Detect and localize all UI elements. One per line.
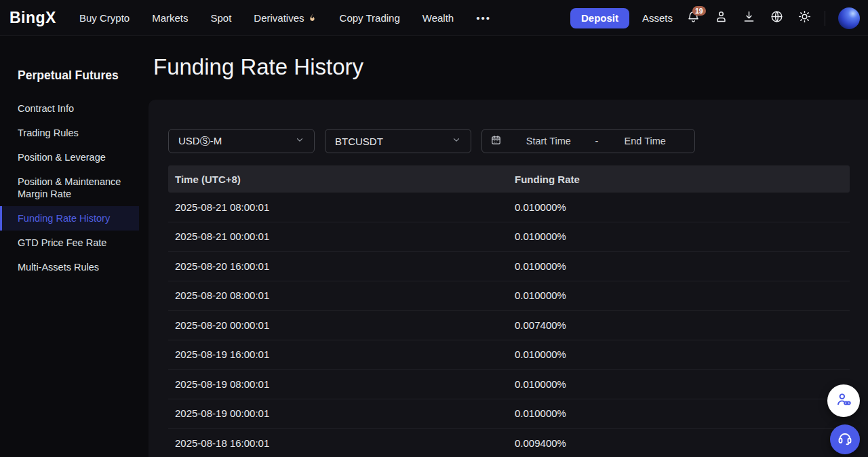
nav-item-label: Copy Trading xyxy=(340,12,400,24)
cell-funding-rate: 0.010000% xyxy=(515,408,850,419)
chevron-down-icon xyxy=(295,135,304,147)
globe-icon xyxy=(770,9,784,26)
referral-floating-button[interactable] xyxy=(827,384,860,417)
table-row: 2025-08-18 16:00:010.009400% xyxy=(168,429,850,457)
nav-item-wealth[interactable]: Wealth xyxy=(422,12,454,24)
cell-time: 2025-08-19 16:00:01 xyxy=(168,349,515,360)
cell-funding-rate: 0.010000% xyxy=(515,260,850,272)
table-row: 2025-08-21 00:00:010.010000% xyxy=(168,222,850,252)
cell-funding-rate: 0.010000% xyxy=(515,290,850,301)
user-avatar[interactable] xyxy=(838,7,860,29)
sidebar-heading: Perpetual Futures xyxy=(18,68,139,83)
nav-item-spot[interactable]: Spot xyxy=(211,12,232,24)
end-time-placeholder[interactable]: End Time xyxy=(604,136,686,146)
column-header-rate: Funding Rate xyxy=(515,174,850,185)
table-row: 2025-08-19 08:00:010.010000% xyxy=(168,370,850,399)
bingx-logo[interactable]: BingX xyxy=(9,9,56,27)
nav-divider xyxy=(825,11,825,26)
sidebar: Perpetual Futures Contract InfoTrading R… xyxy=(0,36,139,457)
theme-toggle-button[interactable] xyxy=(797,11,812,26)
table-header: Time (UTC+8) Funding Rate xyxy=(168,165,850,193)
cell-funding-rate: 0.010000% xyxy=(515,201,850,213)
table-row: 2025-08-20 00:00:010.007400% xyxy=(168,311,850,340)
table-row: 2025-08-21 08:00:010.010000% xyxy=(168,193,850,222)
filters-bar: USDⓈ-M BTCUSDT Start Time - End Time xyxy=(168,129,695,153)
nav-item-label: Spot xyxy=(211,12,232,24)
table-row: 2025-08-20 08:00:010.010000% xyxy=(168,281,850,311)
nav-item-label: Wealth xyxy=(422,12,454,24)
date-range-picker[interactable]: Start Time - End Time xyxy=(481,129,695,153)
symbol-select[interactable]: BTCUSDT xyxy=(325,129,471,153)
notifications-button[interactable]: 19 xyxy=(686,11,701,26)
user-icon xyxy=(714,9,728,26)
nav-item-label: Derivatives xyxy=(254,12,304,24)
sidebar-item-position-maintenance-margin-rate[interactable]: Position & Maintenance Margin Rate xyxy=(0,170,139,206)
sidebar-item-trading-rules[interactable]: Trading Rules xyxy=(0,121,139,145)
start-time-placeholder[interactable]: Start Time xyxy=(507,136,590,146)
symbol-value: BTCUSDT xyxy=(335,136,383,147)
nav-item-copy-trading[interactable]: Copy Trading xyxy=(340,12,400,24)
cell-time: 2025-08-20 00:00:01 xyxy=(168,319,515,331)
nav-item-label: Markets xyxy=(152,12,188,24)
funding-rate-table: Time (UTC+8) Funding Rate 2025-08-21 08:… xyxy=(168,165,850,457)
cell-funding-rate: 0.010000% xyxy=(515,378,850,390)
support-floating-button[interactable] xyxy=(830,424,860,454)
person-link-icon xyxy=(835,391,852,411)
cell-time: 2025-08-20 16:00:01 xyxy=(168,260,515,272)
top-nav: BingX Buy CryptoMarketsSpotDerivativesCo… xyxy=(0,0,868,36)
cell-time: 2025-08-21 08:00:01 xyxy=(168,201,515,213)
cell-time: 2025-08-20 08:00:01 xyxy=(168,290,515,301)
nav-right-cluster: Deposit Assets 19 xyxy=(570,0,860,36)
date-range-separator: - xyxy=(595,136,599,146)
nav-item-label: Buy Crypto xyxy=(79,12,130,24)
notification-badge: 19 xyxy=(692,6,706,16)
sidebar-item-funding-rate-history[interactable]: Funding Rate History xyxy=(0,206,139,231)
sidebar-menu: Contract InfoTrading RulesPosition & Lev… xyxy=(0,96,139,279)
table-body: 2025-08-21 08:00:010.010000%2025-08-21 0… xyxy=(168,193,850,457)
margin-type-select[interactable]: USDⓈ-M xyxy=(168,129,315,153)
margin-type-value: USDⓈ-M xyxy=(178,135,222,148)
content-panel: USDⓈ-M BTCUSDT Start Time - End Time Tim… xyxy=(149,100,868,457)
sidebar-item-gtd-price-fee-rate[interactable]: GTD Price Fee Rate xyxy=(0,231,139,255)
calendar-icon xyxy=(490,134,502,148)
cell-time: 2025-08-19 08:00:01 xyxy=(168,378,515,390)
nav-item-markets[interactable]: Markets xyxy=(152,12,188,24)
deposit-button[interactable]: Deposit xyxy=(570,8,629,28)
cell-time: 2025-08-18 16:00:01 xyxy=(168,437,515,449)
nav-item-derivatives[interactable]: Derivatives xyxy=(254,12,317,24)
cell-funding-rate: 0.007400% xyxy=(515,319,850,331)
primary-nav: Buy CryptoMarketsSpotDerivativesCopy Tra… xyxy=(79,12,454,24)
cell-time: 2025-08-19 00:00:01 xyxy=(168,408,515,419)
sidebar-item-contract-info[interactable]: Contract Info xyxy=(0,96,139,121)
column-header-time: Time (UTC+8) xyxy=(168,174,515,185)
nav-item-buy-crypto[interactable]: Buy Crypto xyxy=(79,12,130,24)
chevron-down-icon xyxy=(452,135,461,147)
cell-time: 2025-08-21 00:00:01 xyxy=(168,231,515,242)
sun-icon xyxy=(797,9,812,26)
language-button[interactable] xyxy=(769,11,784,26)
table-row: 2025-08-20 16:00:010.010000% xyxy=(168,252,850,281)
sidebar-item-position-leverage[interactable]: Position & Leverage xyxy=(0,145,139,170)
flame-icon xyxy=(307,13,317,23)
cell-funding-rate: 0.009400% xyxy=(515,437,850,449)
cell-funding-rate: 0.010000% xyxy=(515,231,850,242)
page-title: Funding Rate History xyxy=(153,54,363,80)
assets-link[interactable]: Assets xyxy=(642,12,673,24)
cell-funding-rate: 0.010000% xyxy=(515,349,850,360)
table-row: 2025-08-19 00:00:010.010000% xyxy=(168,399,850,429)
download-icon xyxy=(742,9,756,26)
sidebar-item-multi-assets-rules[interactable]: Multi-Assets Rules xyxy=(0,255,139,279)
download-app-button[interactable] xyxy=(741,11,756,26)
table-row: 2025-08-19 16:00:010.010000% xyxy=(168,340,850,370)
account-button[interactable] xyxy=(713,11,728,26)
headset-icon xyxy=(837,430,853,449)
nav-more-button[interactable]: ••• xyxy=(476,12,491,24)
